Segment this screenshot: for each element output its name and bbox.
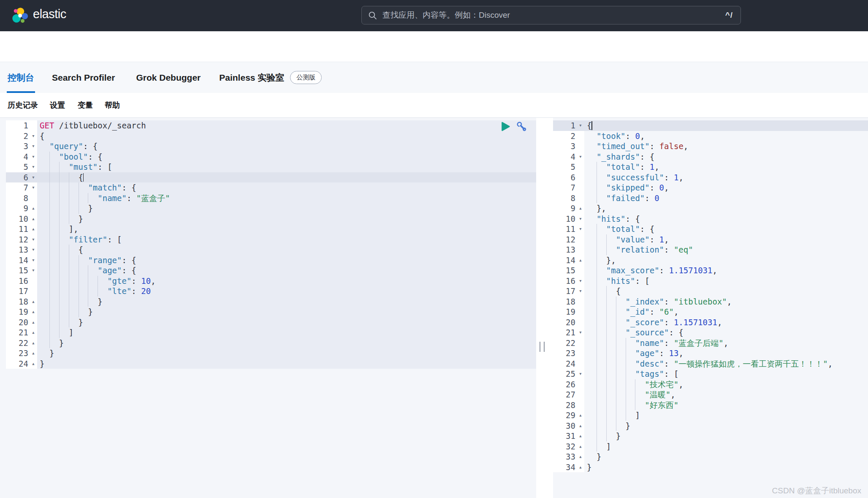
response-line-1[interactable]: 1▾{	[553, 120, 868, 131]
request-line-22[interactable]: 22▴ }	[6, 338, 536, 348]
request-line-23[interactable]: 23▴ }	[6, 348, 536, 359]
response-line-24[interactable]: 24 "desc": "一顿操作猛如虎，一看工资两千五！！！",	[553, 359, 868, 369]
response-line-9[interactable]: 9▴ },	[553, 203, 868, 214]
fold-toggle-icon[interactable]: ▾	[577, 120, 584, 131]
request-line-17[interactable]: 17 "lte": 20	[6, 286, 536, 297]
response-line-19[interactable]: 19 "_id": "6",	[553, 307, 868, 317]
fold-toggle-icon[interactable]: ▾	[577, 327, 584, 338]
fold-toggle-icon[interactable]: ▴	[30, 307, 37, 317]
response-line-6[interactable]: 6 "successful": 1,	[553, 172, 868, 183]
send-request-play-button[interactable]	[501, 121, 510, 132]
fold-toggle-icon[interactable]: ▾	[577, 369, 584, 379]
response-line-18[interactable]: 18 "_index": "itbluebox",	[553, 297, 868, 307]
request-line-4[interactable]: 4▾ "bool": {	[6, 152, 536, 162]
fold-toggle-icon[interactable]: ▾	[30, 152, 37, 162]
request-line-2[interactable]: 2▾{	[6, 131, 536, 142]
request-line-18[interactable]: 18▴ }	[6, 297, 536, 307]
response-line-12[interactable]: 12 "value": 1,	[553, 234, 868, 245]
request-line-12[interactable]: 12▾ "filter": [	[6, 234, 536, 245]
request-line-6[interactable]: 6▾ {	[6, 172, 536, 183]
fold-toggle-icon[interactable]: ▴	[30, 214, 37, 224]
request-line-5[interactable]: 5▾ "must": [	[6, 162, 536, 172]
response-editor[interactable]: 1▾{2 "took": 0,3 "timed_out": false,4▾ "…	[549, 118, 868, 498]
response-line-17[interactable]: 17▾ {	[553, 286, 868, 297]
tab-grok-debugger[interactable]: Grok Debugger	[136, 62, 201, 93]
fold-toggle-icon[interactable]: ▴	[577, 203, 584, 214]
fold-toggle-icon[interactable]: ▾	[577, 214, 584, 224]
toolbar-variables[interactable]: 变量	[78, 100, 93, 110]
request-line-15[interactable]: 15▾ "age": {	[6, 265, 536, 276]
request-line-16[interactable]: 16 "gte": 10,	[6, 276, 536, 286]
fold-toggle-icon[interactable]: ▾	[577, 224, 584, 234]
splitter-grip-icon[interactable]	[540, 342, 545, 352]
request-line-20[interactable]: 20▴ }	[6, 317, 536, 328]
fold-toggle-icon[interactable]: ▴	[577, 410, 584, 421]
fold-toggle-icon[interactable]: ▾	[577, 286, 584, 297]
response-line-22[interactable]: 22 "name": "蓝盒子后端",	[553, 338, 868, 348]
response-line-20[interactable]: 20 "_score": 1.1571031,	[553, 317, 868, 328]
response-line-32[interactable]: 32▴ ]	[553, 441, 868, 452]
response-line-21[interactable]: 21▾ "_source": {	[553, 327, 868, 338]
fold-toggle-icon[interactable]: ▾	[577, 276, 584, 286]
request-line-9[interactable]: 9▴ }	[6, 203, 536, 214]
fold-toggle-icon[interactable]: ▾	[30, 172, 37, 183]
fold-toggle-icon[interactable]: ▴	[577, 452, 584, 462]
toolbar-help[interactable]: 帮助	[105, 100, 120, 110]
response-line-31[interactable]: 31▴ }	[553, 431, 868, 441]
request-line-1[interactable]: 1GET /itbluebox/_search	[6, 120, 536, 131]
fold-toggle-icon[interactable]: ▴	[577, 441, 584, 452]
fold-toggle-icon[interactable]: ▴	[30, 348, 37, 359]
request-line-11[interactable]: 11▴ ],	[6, 224, 536, 234]
request-line-8[interactable]: 8 "name": "蓝盒子"	[6, 193, 536, 204]
request-line-21[interactable]: 21▴ ]	[6, 327, 536, 338]
request-options-wrench-icon[interactable]	[516, 121, 527, 132]
fold-toggle-icon[interactable]: ▾	[30, 265, 37, 276]
response-line-7[interactable]: 7 "skipped": 0,	[553, 182, 868, 193]
response-line-14[interactable]: 14▴ },	[553, 255, 868, 266]
response-line-13[interactable]: 13 "relation": "eq"	[553, 245, 868, 255]
response-line-8[interactable]: 8 "failed": 0	[553, 193, 868, 204]
response-line-5[interactable]: 5 "total": 1,	[553, 162, 868, 172]
fold-toggle-icon[interactable]: ▾	[30, 141, 37, 152]
fold-toggle-icon[interactable]: ▴	[30, 297, 37, 307]
response-line-16[interactable]: 16▾ "hits": [	[553, 276, 868, 286]
fold-toggle-icon[interactable]: ▾	[30, 182, 37, 193]
fold-toggle-icon[interactable]: ▾	[30, 234, 37, 245]
response-line-27[interactable]: 27 "温暖",	[553, 389, 868, 400]
fold-toggle-icon[interactable]: ▴	[30, 224, 37, 234]
fold-toggle-icon[interactable]: ▾	[30, 131, 37, 142]
response-line-3[interactable]: 3 "timed_out": false,	[553, 141, 868, 152]
response-line-10[interactable]: 10▾ "hits": {	[553, 214, 868, 224]
fold-toggle-icon[interactable]: ▴	[577, 462, 584, 473]
request-line-24[interactable]: 24▴}	[6, 359, 536, 369]
fold-toggle-icon[interactable]: ▴	[577, 431, 584, 441]
fold-toggle-icon[interactable]: ▾	[30, 245, 37, 255]
fold-toggle-icon[interactable]: ▴	[577, 421, 584, 431]
response-line-34[interactable]: 34▴}	[553, 462, 868, 473]
elastic-logo-icon[interactable]	[11, 7, 29, 24]
fold-toggle-icon[interactable]: ▴	[30, 203, 37, 214]
fold-toggle-icon[interactable]: ▾	[30, 162, 37, 172]
fold-toggle-icon[interactable]: ▾	[30, 255, 37, 266]
response-line-4[interactable]: 4▾ "_shards": {	[553, 152, 868, 162]
response-line-2[interactable]: 2 "took": 0,	[553, 131, 868, 142]
global-search-input[interactable]: 查找应用、内容等。例如：Discover ^/	[361, 6, 741, 24]
response-line-25[interactable]: 25▾ "tags": [	[553, 369, 868, 379]
fold-toggle-icon[interactable]: ▴	[577, 255, 584, 266]
fold-toggle-icon[interactable]: ▴	[30, 317, 37, 328]
response-line-28[interactable]: 28 "好东西"	[553, 400, 868, 411]
request-editor[interactable]: 1GET /itbluebox/_search2▾{3▾ "query": {4…	[0, 118, 536, 498]
toolbar-history[interactable]: 历史记录	[8, 100, 38, 110]
request-line-19[interactable]: 19▴ }	[6, 307, 536, 317]
tab-painless-lab[interactable]: Painless 实验室	[219, 62, 284, 93]
response-line-30[interactable]: 30▴ }	[553, 421, 868, 431]
request-line-13[interactable]: 13▾ {	[6, 245, 536, 255]
response-line-33[interactable]: 33▴ }	[553, 452, 868, 462]
tab-console[interactable]: 控制台	[8, 62, 34, 93]
response-line-26[interactable]: 26 "技术宅",	[553, 379, 868, 390]
request-line-10[interactable]: 10▴ }	[6, 214, 536, 224]
response-line-23[interactable]: 23 "age": 13,	[553, 348, 868, 359]
response-line-29[interactable]: 29▴ ]	[553, 410, 868, 421]
request-line-14[interactable]: 14▾ "range": {	[6, 255, 536, 266]
fold-toggle-icon[interactable]: ▴	[30, 359, 37, 369]
